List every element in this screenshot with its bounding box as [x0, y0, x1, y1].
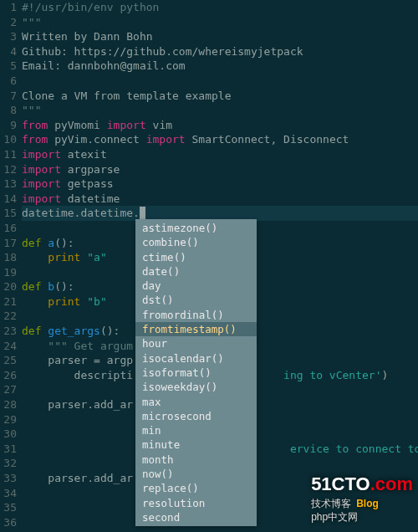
line-number: 17 [0, 236, 17, 251]
autocomplete-item[interactable]: now() [135, 467, 257, 481]
line-number: 8 [0, 103, 17, 118]
line-number: 5 [0, 59, 17, 74]
line-number: 19 [0, 265, 17, 280]
code-line[interactable]: Github: https://github.com/whereismyjetp… [22, 44, 418, 59]
line-number: 21 [0, 294, 17, 309]
line-number: 12 [0, 162, 17, 177]
autocomplete-item[interactable]: isoweekday() [135, 380, 257, 394]
autocomplete-item[interactable]: resolution [135, 496, 257, 510]
line-number: 35 [0, 500, 17, 515]
line-number: 13 [0, 176, 17, 192]
code-line[interactable]: import argparse [22, 162, 418, 177]
autocomplete-item[interactable]: dst() [135, 293, 257, 307]
line-number: 14 [0, 192, 17, 207]
autocomplete-item[interactable]: fromordinal() [135, 308, 257, 322]
autocomplete-item[interactable]: max [135, 395, 257, 409]
code-line[interactable]: from pyVim.connect import SmartConnect, … [22, 132, 418, 147]
code-line[interactable]: from pyVmomi import vim [22, 118, 418, 133]
line-number: 3 [0, 29, 17, 44]
code-line[interactable] [22, 74, 418, 89]
watermark-php: php中文网 [311, 511, 358, 523]
line-number: 20 [0, 279, 17, 294]
code-line[interactable]: Written by Dann Bohn [22, 29, 418, 44]
text-cursor [140, 207, 145, 219]
code-line[interactable]: import atexit [22, 147, 418, 162]
line-number: 1 [0, 0, 17, 15]
line-number: 33 [0, 471, 17, 486]
autocomplete-item[interactable]: second [135, 510, 257, 524]
brand-main: 51CTO [311, 473, 370, 494]
line-number: 10 [0, 132, 17, 147]
autocomplete-item[interactable]: isoformat() [135, 366, 257, 380]
line-number: 18 [0, 250, 17, 265]
line-number: 2 [0, 15, 17, 30]
line-number: 27 [0, 382, 17, 397]
line-number-gutter: 1234567891011121314151617181920212223242… [0, 0, 22, 529]
line-number: 22 [0, 309, 17, 324]
code-line[interactable]: import getpass [22, 176, 418, 192]
line-number: 26 [0, 368, 17, 383]
watermark-sub: 技术博客 [311, 498, 351, 509]
line-number: 30 [0, 427, 17, 442]
autocomplete-item[interactable]: astimezone() [135, 221, 257, 235]
code-line[interactable]: Clone a VM from template example [22, 89, 418, 104]
autocomplete-item[interactable]: isocalendar() [135, 351, 257, 366]
line-number: 36 [0, 515, 17, 530]
brand-suffix: .com [370, 473, 413, 494]
watermark-51cto: 51CTO.com 技术博客Blog php中文网 [311, 472, 413, 524]
autocomplete-item[interactable]: replace() [135, 481, 257, 495]
code-line[interactable]: """ [22, 103, 418, 118]
line-number: 25 [0, 353, 17, 368]
line-number: 23 [0, 324, 17, 339]
code-line[interactable]: import datetime [22, 192, 418, 207]
line-number: 34 [0, 486, 17, 501]
line-number: 28 [0, 397, 17, 412]
line-number: 24 [0, 339, 17, 354]
code-line[interactable]: Email: dannbohn@gmail.com [22, 59, 418, 74]
autocomplete-item[interactable]: date() [135, 264, 257, 279]
autocomplete-item[interactable]: microsecond [135, 409, 257, 423]
line-number: 9 [0, 118, 17, 133]
autocomplete-item[interactable]: ctime() [135, 250, 257, 264]
code-line[interactable]: #!/usr/bin/env python [22, 0, 418, 15]
autocomplete-popup[interactable]: astimezone()combine()ctime()date()daydst… [135, 219, 257, 526]
watermark-blog: Blog [356, 498, 379, 509]
autocomplete-item[interactable]: fromtimestamp() [135, 322, 257, 336]
line-number: 6 [0, 74, 17, 89]
line-number: 16 [0, 221, 17, 236]
line-number: 7 [0, 89, 17, 104]
line-number: 11 [0, 147, 17, 162]
line-number: 32 [0, 456, 17, 471]
autocomplete-item[interactable]: month [135, 453, 257, 467]
autocomplete-item[interactable]: combine() [135, 235, 257, 249]
line-number: 4 [0, 44, 17, 59]
code-line[interactable]: """ [22, 15, 418, 30]
line-number: 29 [0, 412, 17, 427]
line-number: 15 [0, 206, 17, 221]
autocomplete-item[interactable]: minute [135, 437, 257, 452]
autocomplete-item[interactable]: hour [135, 336, 257, 350]
line-number: 31 [0, 442, 17, 457]
autocomplete-item[interactable]: min [135, 423, 257, 437]
autocomplete-item[interactable]: day [135, 279, 257, 293]
